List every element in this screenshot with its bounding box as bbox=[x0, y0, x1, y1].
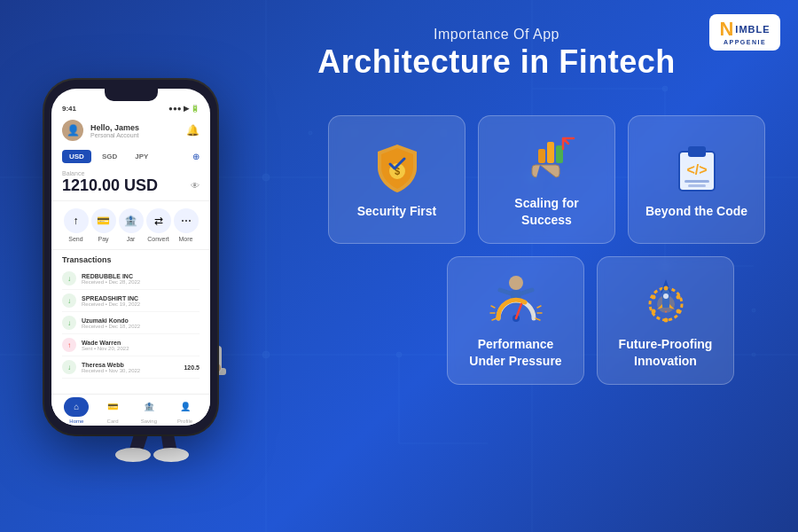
header-subtitle: Importance Of App bbox=[293, 27, 700, 43]
svg-point-57 bbox=[509, 276, 523, 290]
logo: N IMBLE APPGENIE bbox=[709, 14, 780, 51]
action-more[interactable]: ⋯ More bbox=[174, 208, 199, 242]
transaction-row: ↑ Wade Warren Sent • Nov 20, 2022 bbox=[62, 334, 200, 356]
card-performance-label: Performance Under Pressure bbox=[458, 336, 573, 368]
tx-direction-up-icon: ↑ bbox=[62, 338, 76, 352]
transactions-section: Transactions ↓ REDBUBBLE INC Received • … bbox=[51, 250, 210, 384]
action-convert[interactable]: ⇄ Convert bbox=[146, 208, 171, 242]
phone-time: 9:41 bbox=[62, 105, 76, 113]
svg-rect-56 bbox=[688, 184, 706, 187]
card-beyond-code[interactable]: </> Beyond the Code bbox=[628, 115, 765, 244]
quick-actions: ↑ Send 💳 Pay 🏦 Jar ⇄ Convert bbox=[51, 201, 210, 250]
svg-point-64 bbox=[663, 286, 668, 291]
svg-point-63 bbox=[663, 293, 669, 299]
svg-point-68 bbox=[651, 309, 655, 314]
card-scaling-success[interactable]: Scaling for Success bbox=[478, 115, 615, 244]
scaling-chart-icon bbox=[519, 131, 575, 188]
home-icon: ⌂ bbox=[64, 397, 89, 417]
pay-icon: 💳 bbox=[91, 208, 116, 233]
beyond-code-icon: </> bbox=[669, 139, 725, 196]
card-future-proofing-label: Future-Proofing Innovation bbox=[608, 336, 723, 368]
card-scaling-success-label: Scaling for Success bbox=[489, 195, 604, 227]
tx-direction-down-icon: ↓ bbox=[62, 316, 76, 330]
logo-n: N bbox=[719, 20, 733, 39]
balance-section: Balance 1210.00 USD 👁 bbox=[51, 167, 210, 201]
svg-rect-49 bbox=[538, 149, 545, 163]
phone-status-bar: 9:41 ●●● ▶ 🔋 bbox=[51, 101, 210, 114]
security-shield-icon: $ bbox=[369, 139, 426, 196]
svg-rect-55 bbox=[685, 180, 709, 183]
card-icon: 💳 bbox=[100, 397, 125, 417]
svg-text:</>: </> bbox=[686, 162, 707, 177]
feature-cards-area: $ Security First bbox=[328, 115, 780, 397]
svg-point-67 bbox=[663, 318, 668, 323]
svg-point-42 bbox=[115, 448, 151, 462]
more-icon: ⋯ bbox=[174, 208, 199, 233]
profile-icon: 👤 bbox=[173, 397, 198, 417]
nav-profile[interactable]: 👤 Profile bbox=[173, 397, 198, 424]
add-currency-button[interactable]: ⊕ bbox=[192, 152, 200, 161]
jar-icon: 🏦 bbox=[119, 208, 144, 233]
action-pay[interactable]: 💳 Pay bbox=[91, 208, 116, 242]
tx-direction-down-icon: ↓ bbox=[62, 360, 76, 374]
svg-point-16 bbox=[309, 131, 312, 135]
currency-tab-bar: USD SGD JPY ⊕ bbox=[51, 146, 210, 167]
nav-saving[interactable]: 🏦 Saving bbox=[137, 397, 161, 424]
svg-point-6 bbox=[262, 351, 270, 358]
phone-mockup: 9:41 ●●● ▶ 🔋 👤 Hello, James Personal Acc… bbox=[27, 71, 257, 514]
greeting-name: Hello, James bbox=[90, 123, 186, 132]
svg-rect-50 bbox=[547, 142, 554, 163]
svg-point-66 bbox=[676, 309, 680, 314]
bottom-navigation: ⌂ Home 💳 Card 🏦 Saving 👤 Profile bbox=[51, 394, 210, 426]
page-header: Importance Of App Architecture in Fintec… bbox=[293, 27, 700, 81]
svg-point-65 bbox=[676, 295, 680, 300]
transaction-row: ↓ SPREADSHIRT INC Received • Dec 19, 202… bbox=[62, 290, 200, 312]
action-send[interactable]: ↑ Send bbox=[64, 208, 89, 242]
notification-bell-icon[interactable]: 🔔 bbox=[186, 124, 200, 137]
cards-row-1: $ Security First bbox=[328, 115, 780, 244]
transaction-row: ↓ Uzumaki Kondo Received • Dec 18, 2022 bbox=[62, 312, 200, 334]
phone-signal: ●●● ▶ 🔋 bbox=[168, 105, 200, 113]
card-future-proofing[interactable]: Future-Proofing Innovation bbox=[597, 256, 734, 385]
action-jar[interactable]: 🏦 Jar bbox=[119, 208, 144, 242]
phone-notch bbox=[105, 89, 158, 101]
svg-rect-53 bbox=[688, 146, 706, 157]
future-rocket-icon bbox=[638, 272, 694, 329]
hide-balance-icon[interactable]: 👁 bbox=[191, 181, 200, 191]
performance-gauge-icon bbox=[488, 272, 544, 329]
transaction-row: ↓ REDBUBBLE INC Received • Dec 28, 2022 bbox=[62, 268, 200, 290]
card-security-first[interactable]: $ Security First bbox=[328, 115, 466, 244]
svg-point-69 bbox=[651, 295, 655, 300]
currency-tab-usd[interactable]: USD bbox=[62, 150, 91, 163]
user-avatar: 👤 bbox=[62, 120, 83, 141]
nav-card[interactable]: 💳 Card bbox=[100, 397, 125, 424]
currency-tab-jpy[interactable]: JPY bbox=[128, 150, 155, 163]
convert-icon: ⇄ bbox=[146, 208, 171, 233]
transactions-title: Transactions bbox=[62, 255, 200, 264]
saving-icon: 🏦 bbox=[137, 397, 161, 417]
transaction-row: ↓ Theresa Webb Received • Nov 30, 2022 1… bbox=[62, 356, 200, 379]
greeting-account: Personal Account bbox=[90, 132, 186, 138]
balance-amount: 1210.00 USD bbox=[62, 176, 158, 195]
card-security-first-label: Security First bbox=[357, 203, 436, 219]
logo-imble: IMBLE bbox=[735, 25, 770, 35]
logo-tagline: APPGENIE bbox=[724, 39, 766, 45]
card-performance[interactable]: Performance Under Pressure bbox=[447, 256, 584, 385]
currency-tab-sgd[interactable]: SGD bbox=[95, 150, 124, 163]
tx-direction-down-icon: ↓ bbox=[62, 271, 76, 286]
balance-label: Balance bbox=[62, 170, 200, 176]
cards-row-2: Performance Under Pressure bbox=[401, 256, 780, 385]
card-beyond-code-label: Beyond the Code bbox=[645, 203, 747, 219]
svg-point-4 bbox=[262, 174, 270, 181]
svg-point-11 bbox=[662, 86, 668, 91]
tx-direction-down-icon: ↓ bbox=[62, 293, 76, 308]
nav-home[interactable]: ⌂ Home bbox=[64, 397, 89, 424]
phone-app-header: 👤 Hello, James Personal Account 🔔 bbox=[51, 114, 210, 146]
svg-point-43 bbox=[153, 448, 189, 462]
header-title: Architecture in Fintech bbox=[293, 43, 700, 81]
send-icon: ↑ bbox=[64, 208, 89, 233]
